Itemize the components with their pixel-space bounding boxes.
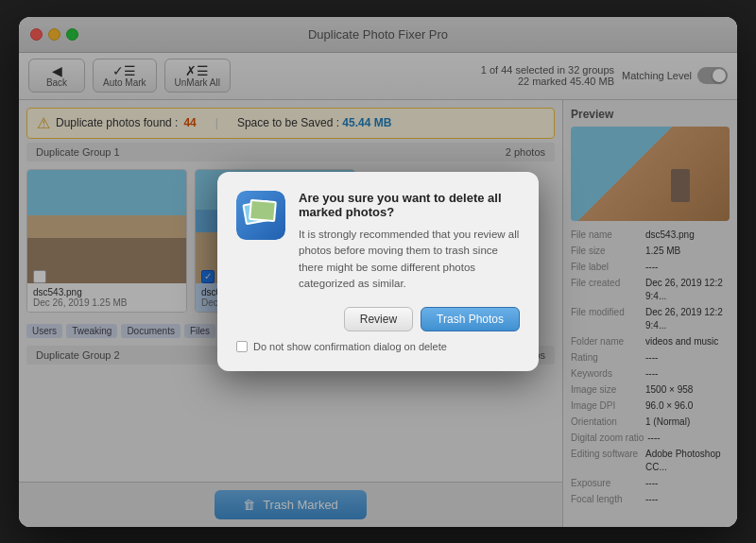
modal-photos-icon	[244, 198, 278, 232]
modal-description: It is strongly recommended that you revi…	[299, 227, 520, 292]
main-window: Duplicate Photo Fixer Pro ◀ Back ✓☰ Auto…	[19, 17, 737, 527]
modal-checkbox-row: Do not show confirmation dialog on delet…	[236, 341, 520, 352]
modal-icon-inner	[236, 191, 285, 240]
confirmation-modal: Are you sure you want to delete all mark…	[217, 172, 539, 371]
no-show-label: Do not show confirmation dialog on delet…	[253, 341, 447, 352]
modal-title: Are you sure you want to delete all mark…	[299, 191, 520, 219]
modal-app-icon	[236, 191, 285, 240]
no-show-checkbox[interactable]	[236, 341, 248, 352]
modal-text: Are you sure you want to delete all mark…	[299, 191, 520, 292]
modal-buttons: Review Trash Photos	[236, 307, 520, 331]
modal-overlay: Are you sure you want to delete all mark…	[19, 17, 737, 527]
trash-photos-button[interactable]: Trash Photos	[421, 307, 520, 331]
review-button[interactable]: Review	[344, 307, 413, 331]
photo-stack-2	[249, 199, 277, 222]
modal-body: Are you sure you want to delete all mark…	[236, 191, 520, 292]
